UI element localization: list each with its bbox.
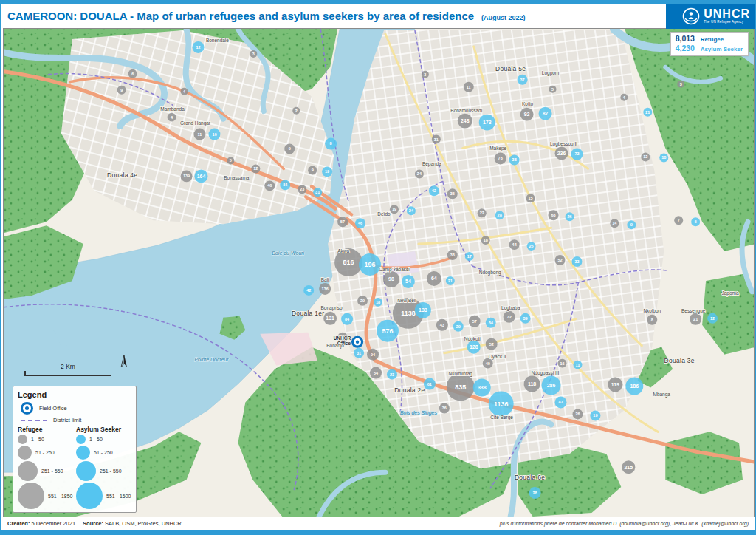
svg-text:47: 47 xyxy=(558,400,563,404)
area-label: Bessengue xyxy=(681,308,706,314)
refugee-bubble: 18 xyxy=(481,236,490,245)
svg-text:816: 816 xyxy=(343,259,354,266)
svg-text:9: 9 xyxy=(312,168,314,172)
refugee-bubble: 22 xyxy=(478,208,487,217)
refugee-bubble: 52 xyxy=(486,338,498,350)
legend-field-office-row: Field Office xyxy=(21,402,131,415)
area-label: Ndokoti xyxy=(464,336,481,341)
svg-text:23: 23 xyxy=(300,187,304,191)
legend-refugee-class-label: 51 - 250 xyxy=(35,450,55,455)
unhcr-logo-text: UNHCR xyxy=(704,8,750,20)
svg-text:9: 9 xyxy=(630,222,633,227)
svg-text:46: 46 xyxy=(267,183,272,188)
svg-text:42: 42 xyxy=(432,188,436,193)
refugee-bubble: 9 xyxy=(308,166,317,174)
district-label: Douala 3e xyxy=(664,357,695,364)
area-label: Bonendalè xyxy=(206,38,229,43)
asylum-seeker-bubble: 21 xyxy=(643,108,652,117)
svg-text:73: 73 xyxy=(574,151,579,156)
refugee-bubble: 11 xyxy=(193,129,205,140)
asylum-seeker-bubble: 128 xyxy=(467,341,481,354)
svg-text:8: 8 xyxy=(330,142,332,146)
refugee-bubble: 52 xyxy=(555,255,566,265)
asylum-seeker-bubble: 12 xyxy=(192,41,204,53)
refugee-bubble: 21 xyxy=(690,313,701,325)
svg-text:18: 18 xyxy=(662,155,666,160)
legend-title: Legend xyxy=(18,390,131,399)
svg-text:128: 128 xyxy=(470,344,478,350)
refugee-bubble: 139 xyxy=(181,170,193,182)
legend-asylum-class-circle xyxy=(76,461,96,481)
asylum-seeker-bubble: 28 xyxy=(529,487,541,499)
refugee-bubble: 72 xyxy=(504,311,515,323)
svg-text:23: 23 xyxy=(390,372,394,377)
svg-text:2: 2 xyxy=(295,109,298,113)
asylum-seeker-bubble: 12 xyxy=(707,313,718,324)
legend-asylum-column: Asylum Seeker 1 - 5051 - 250251 - 550551… xyxy=(76,426,131,511)
asylum-seeker-bubble: 196 xyxy=(359,253,381,276)
page-title-date: (August 2022) xyxy=(481,11,526,21)
refugee-bubble: 57 xyxy=(337,217,348,227)
asylum-seeker-bubble: 23 xyxy=(387,369,397,380)
svg-text:54: 54 xyxy=(405,279,411,284)
svg-text:44: 44 xyxy=(512,242,518,247)
svg-text:36: 36 xyxy=(450,191,455,196)
svg-text:72: 72 xyxy=(507,315,512,319)
population-stats-box: 8,013 Refugee 4,230 Asylum Seeker xyxy=(670,32,749,56)
refugee-bubble: 92 xyxy=(520,108,534,121)
asylum-seeker-count-label: Asylum Seeker xyxy=(701,46,743,53)
area-label: Logbessou II xyxy=(550,141,577,147)
svg-text:94: 94 xyxy=(371,352,376,357)
asylum-seeker-bubble: 42 xyxy=(303,285,314,296)
legend-district-limit-row: District limit xyxy=(21,417,131,423)
refugee-count: 8,013 xyxy=(676,34,696,44)
svg-text:21: 21 xyxy=(645,110,650,115)
svg-text:3: 3 xyxy=(680,82,682,86)
svg-text:31: 31 xyxy=(357,351,361,355)
asylum-seeker-bubble: 338 xyxy=(473,379,491,397)
legend-refugee-class-circle xyxy=(18,461,38,481)
asylum-seeker-bubble: 21 xyxy=(446,276,455,285)
asylum-seeker-bubble: 19 xyxy=(590,410,600,420)
asylum-seeker-bubble: 5 xyxy=(691,217,700,226)
asylum-seeker-bubble: 31 xyxy=(313,188,322,197)
footer-contact: plus d'informations prière de contacter … xyxy=(500,521,749,526)
refugee-bubble: 23 xyxy=(298,185,306,194)
refugee-bubble: 14 xyxy=(610,219,619,228)
asylum-seeker-bubble: 31 xyxy=(354,348,364,358)
svg-text:87: 87 xyxy=(543,111,549,116)
legend-asylum-class-label: 51 - 250 xyxy=(94,450,113,455)
svg-text:29: 29 xyxy=(360,299,365,303)
svg-text:3: 3 xyxy=(424,72,426,77)
asylum-seeker-bubble: 84 xyxy=(280,180,290,190)
refugee-bubble: 64 xyxy=(427,271,441,286)
svg-text:UNHCR: UNHCR xyxy=(334,335,351,341)
legend-asylum-class-circle xyxy=(76,483,103,509)
svg-text:19: 19 xyxy=(325,169,329,174)
svg-text:78: 78 xyxy=(498,156,503,160)
svg-text:19: 19 xyxy=(392,207,396,211)
refugee-bubble: 119 xyxy=(608,378,622,392)
svg-text:131: 131 xyxy=(326,316,334,321)
svg-text:1136: 1136 xyxy=(494,401,508,408)
svg-text:186: 186 xyxy=(630,384,639,389)
svg-text:139: 139 xyxy=(183,174,190,178)
area-label: New Bell xyxy=(397,298,416,303)
refugee-bubble: 248 xyxy=(458,114,472,129)
area-label: Bonamoussadi xyxy=(450,108,482,113)
district-limit-icon xyxy=(21,420,47,421)
refugee-bubble: 131 xyxy=(323,312,337,325)
area-label: Kotto xyxy=(522,101,534,106)
refugee-bubble: 118 xyxy=(524,376,540,392)
svg-text:11: 11 xyxy=(576,363,580,367)
svg-text:17: 17 xyxy=(467,254,472,259)
area-label: Oyack II xyxy=(489,354,506,360)
svg-text:54: 54 xyxy=(374,371,379,375)
svg-text:26: 26 xyxy=(567,214,571,219)
legend-asylum-class-row: 551 - 1500 xyxy=(76,483,131,509)
legend-refugee-class-circle xyxy=(18,435,27,444)
scale-bar: 2 Km xyxy=(24,363,111,376)
legend-refugee-class-label: 551 - 1850 xyxy=(48,494,72,499)
refugee-bubble: 31 xyxy=(432,135,441,144)
asylum-seeker-bubble: 286 xyxy=(542,376,561,395)
